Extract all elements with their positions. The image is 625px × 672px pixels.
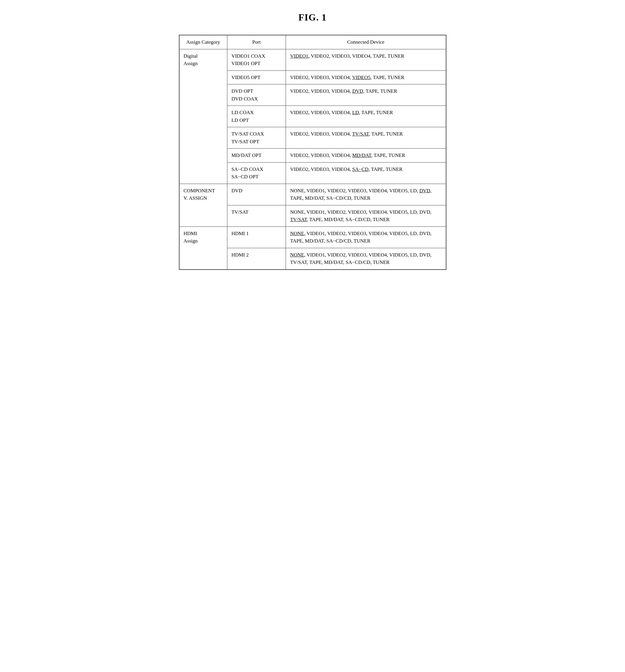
header-device: Connected Device (286, 35, 446, 49)
port-cell: SA−CD COAX SA−CD OPT (227, 162, 286, 184)
category-cell: HDMI Assign (179, 226, 227, 269)
underlined-device: DVD (352, 88, 363, 94)
underlined-device: NONE (290, 231, 304, 236)
table-row: HDMI AssignHDMI 1NONE, VIDEO1, VIDEO2, V… (179, 226, 446, 248)
port-cell: TV/SAT (227, 205, 286, 226)
device-cell: VIDEO2, VIDEO3, VIDEO4, LD, TAPE, TUNER (286, 106, 446, 127)
port-cell: HDMI 2 (227, 248, 286, 269)
underlined-device: SA−CD (352, 166, 368, 172)
device-cell: VIDEO2, VIDEO3, VIDEO4, MD/DAT, TAPE, TU… (286, 149, 446, 163)
underlined-device: MD/DAT (352, 152, 371, 158)
port-cell: MD/DAT OPT (227, 149, 286, 163)
page-container: FIG. 1 Assign Category Port Connected De… (179, 12, 447, 270)
table-row: COMPONENT V. ASSIGNDVDNONE, VIDEO1, VIDE… (179, 184, 446, 205)
device-cell: NONE, VIDEO1, VIDEO2, VIDEO3, VIDEO4, VI… (286, 205, 446, 226)
port-cell: VIDEO5 OPT (227, 70, 286, 85)
device-cell: NONE, VIDEO1, VIDEO2, VIDEO3, VIDEO4, VI… (286, 248, 446, 269)
port-cell: HDMI 1 (227, 226, 286, 248)
header-category: Assign Category (179, 35, 227, 49)
underlined-device: VIDEO5 (352, 75, 370, 80)
underlined-device: DVD (419, 188, 430, 193)
device-cell: VIDEO1, VIDEO2, VIDEO3, VIDEO4, TAPE, TU… (286, 49, 446, 70)
table-row: Digital AssignVIDEO1 COAX VIDEO1 OPTVIDE… (179, 49, 446, 70)
underlined-device: TV/SAT (352, 131, 369, 137)
device-cell: NONE, VIDEO1, VIDEO2, VIDEO3, VIDEO4, VI… (286, 184, 446, 205)
device-cell: VIDEO2, VIDEO3, VIDEO4, SA−CD, TAPE, TUN… (286, 162, 446, 184)
category-cell: Digital Assign (179, 49, 227, 184)
port-cell: LD COAX LD OPT (227, 106, 286, 127)
device-cell: VIDEO2, VIDEO3, VIDEO4, DVD, TAPE, TUNER (286, 85, 446, 106)
underlined-device: VIDEO1 (290, 53, 308, 59)
underlined-device: TV/SAT (290, 217, 307, 222)
port-cell: DVD OPT DVD COAX (227, 85, 286, 106)
header-row: Assign Category Port Connected Device (179, 35, 446, 49)
device-cell: VIDEO2, VIDEO3, VIDEO4, VIDEO5, TAPE, TU… (286, 70, 446, 85)
device-cell: VIDEO2, VIDEO3, VIDEO4, TV/SAT, TAPE, TU… (286, 127, 446, 149)
port-cell: VIDEO1 COAX VIDEO1 OPT (227, 49, 286, 70)
underlined-device: NONE (290, 252, 304, 258)
port-cell: DVD (227, 184, 286, 205)
header-port: Port (227, 35, 286, 49)
device-cell: NONE, VIDEO1, VIDEO2, VIDEO3, VIDEO4, VI… (286, 226, 446, 248)
table-wrapper: Assign Category Port Connected Device Di… (179, 35, 447, 270)
category-cell: COMPONENT V. ASSIGN (179, 184, 227, 226)
main-table: Assign Category Port Connected Device Di… (179, 35, 447, 270)
figure-title: FIG. 1 (179, 12, 447, 23)
underlined-device: LD (352, 110, 359, 115)
port-cell: TV/SAT COAX TV/SAT OPT (227, 127, 286, 149)
